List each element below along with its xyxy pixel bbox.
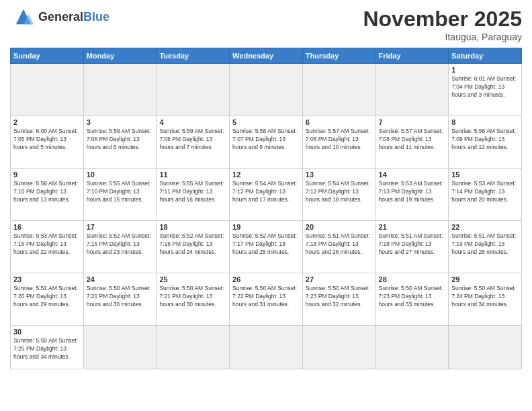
calendar-cell: 6Sunrise: 5:57 AM Sunset: 7:08 PM Daylig…: [302, 116, 375, 169]
title-block: November 2025 Itaugua, Paraguay: [363, 7, 522, 42]
calendar-cell: 3Sunrise: 5:59 AM Sunset: 7:06 PM Daylig…: [83, 116, 157, 169]
calendar-body: 1Sunrise: 6:01 AM Sunset: 7:04 PM Daylig…: [11, 64, 522, 369]
calendar-cell: [157, 326, 230, 369]
day-info: Sunrise: 5:56 AM Sunset: 7:10 PM Dayligh…: [13, 180, 81, 204]
day-number: 9: [13, 171, 81, 179]
calendar-cell: 21Sunrise: 5:51 AM Sunset: 7:18 PM Dayli…: [375, 221, 449, 273]
calendar-cell: [157, 64, 230, 116]
calendar-cell: 13Sunrise: 5:54 AM Sunset: 7:12 PM Dayli…: [302, 169, 375, 221]
day-number: 16: [13, 223, 81, 231]
day-number: 28: [379, 275, 446, 283]
calendar-cell: 20Sunrise: 5:51 AM Sunset: 7:18 PM Dayli…: [302, 221, 375, 273]
day-info: Sunrise: 5:58 AM Sunset: 7:07 PM Dayligh…: [232, 128, 300, 152]
header: GeneralBlue November 2025 Itaugua, Parag…: [10, 7, 522, 42]
calendar-cell: 18Sunrise: 5:52 AM Sunset: 7:16 PM Dayli…: [157, 221, 230, 273]
day-info: Sunrise: 6:01 AM Sunset: 7:04 PM Dayligh…: [451, 75, 519, 99]
day-number: 14: [379, 171, 446, 179]
calendar-cell: 10Sunrise: 5:55 AM Sunset: 7:10 PM Dayli…: [83, 169, 157, 221]
col-tuesday: Tuesday: [157, 48, 230, 64]
day-info: Sunrise: 5:59 AM Sunset: 7:06 PM Dayligh…: [87, 128, 154, 152]
calendar-cell: [302, 64, 375, 116]
calendar-cell: 29Sunrise: 5:50 AM Sunset: 7:24 PM Dayli…: [449, 273, 522, 326]
day-number: 15: [451, 171, 519, 179]
calendar-cell: 24Sunrise: 5:50 AM Sunset: 7:21 PM Dayli…: [83, 273, 157, 326]
calendar-cell: 25Sunrise: 5:50 AM Sunset: 7:21 PM Dayli…: [157, 273, 230, 326]
page-container: GeneralBlue November 2025 Itaugua, Parag…: [0, 0, 532, 373]
col-monday: Monday: [83, 48, 157, 64]
day-number: 13: [306, 171, 373, 179]
calendar-cell: 2Sunrise: 6:00 AM Sunset: 7:05 PM Daylig…: [11, 116, 84, 169]
day-info: Sunrise: 5:54 AM Sunset: 7:12 PM Dayligh…: [232, 180, 300, 204]
header-row: Sunday Monday Tuesday Wednesday Thursday…: [11, 48, 522, 64]
day-number: 20: [306, 223, 373, 231]
calendar-cell: [230, 64, 303, 116]
day-info: Sunrise: 5:50 AM Sunset: 7:23 PM Dayligh…: [306, 285, 373, 309]
calendar-cell: 19Sunrise: 5:52 AM Sunset: 7:17 PM Dayli…: [230, 221, 303, 273]
day-info: Sunrise: 5:50 AM Sunset: 7:22 PM Dayligh…: [232, 285, 300, 309]
day-number: 21: [379, 223, 446, 231]
day-info: Sunrise: 5:51 AM Sunset: 7:19 PM Dayligh…: [451, 232, 519, 257]
calendar-cell: 30Sunrise: 5:50 AM Sunset: 7:25 PM Dayli…: [11, 326, 84, 369]
calendar-week-4: 16Sunrise: 5:53 AM Sunset: 7:15 PM Dayli…: [11, 221, 522, 273]
day-info: Sunrise: 5:50 AM Sunset: 7:25 PM Dayligh…: [13, 337, 81, 361]
calendar-cell: 1Sunrise: 6:01 AM Sunset: 7:04 PM Daylig…: [449, 64, 522, 116]
calendar-cell: 8Sunrise: 5:56 AM Sunset: 7:09 PM Daylig…: [449, 116, 522, 169]
day-number: 3: [87, 118, 154, 126]
day-number: 4: [159, 118, 226, 126]
day-info: Sunrise: 5:55 AM Sunset: 7:11 PM Dayligh…: [159, 180, 226, 204]
day-info: Sunrise: 5:55 AM Sunset: 7:10 PM Dayligh…: [87, 180, 154, 204]
day-number: 19: [232, 223, 300, 231]
day-info: Sunrise: 5:56 AM Sunset: 7:09 PM Dayligh…: [451, 128, 519, 152]
day-info: Sunrise: 5:52 AM Sunset: 7:17 PM Dayligh…: [232, 232, 300, 257]
col-sunday: Sunday: [11, 48, 84, 64]
day-number: 11: [159, 171, 226, 179]
calendar-cell: 28Sunrise: 5:50 AM Sunset: 7:23 PM Dayli…: [375, 273, 449, 326]
day-info: Sunrise: 5:54 AM Sunset: 7:12 PM Dayligh…: [306, 180, 373, 204]
calendar-cell: 12Sunrise: 5:54 AM Sunset: 7:12 PM Dayli…: [230, 169, 303, 221]
calendar-header: Sunday Monday Tuesday Wednesday Thursday…: [11, 48, 522, 64]
day-number: 25: [159, 275, 226, 283]
calendar-week-1: 1Sunrise: 6:01 AM Sunset: 7:04 PM Daylig…: [11, 64, 522, 116]
day-info: Sunrise: 5:51 AM Sunset: 7:18 PM Dayligh…: [306, 232, 373, 257]
day-number: 23: [13, 275, 81, 283]
day-number: 17: [87, 223, 154, 231]
day-number: 12: [232, 171, 300, 179]
calendar-cell: 26Sunrise: 5:50 AM Sunset: 7:22 PM Dayli…: [230, 273, 303, 326]
day-number: 6: [306, 118, 373, 126]
day-number: 5: [232, 118, 300, 126]
day-number: 30: [13, 328, 81, 336]
col-thursday: Thursday: [302, 48, 375, 64]
col-friday: Friday: [375, 48, 449, 64]
calendar-cell: [449, 326, 522, 369]
calendar-cell: [83, 326, 157, 369]
calendar-cell: [302, 326, 375, 369]
calendar-cell: 15Sunrise: 5:53 AM Sunset: 7:14 PM Dayli…: [449, 169, 522, 221]
day-info: Sunrise: 5:57 AM Sunset: 7:08 PM Dayligh…: [306, 128, 373, 152]
day-number: 18: [159, 223, 226, 231]
day-number: 27: [306, 275, 373, 283]
calendar-week-5: 23Sunrise: 5:51 AM Sunset: 7:20 PM Dayli…: [11, 273, 522, 326]
day-info: Sunrise: 5:50 AM Sunset: 7:23 PM Dayligh…: [379, 285, 446, 309]
calendar-cell: 11Sunrise: 5:55 AM Sunset: 7:11 PM Dayli…: [157, 169, 230, 221]
logo-text: GeneralBlue: [38, 10, 109, 24]
calendar-week-2: 2Sunrise: 6:00 AM Sunset: 7:05 PM Daylig…: [11, 116, 522, 169]
calendar-cell: [375, 64, 449, 116]
calendar-cell: [83, 64, 157, 116]
calendar-cell: 7Sunrise: 5:57 AM Sunset: 7:08 PM Daylig…: [375, 116, 449, 169]
day-number: 10: [87, 171, 154, 179]
day-number: 26: [232, 275, 300, 283]
calendar-cell: [11, 64, 84, 116]
calendar-week-6: 30Sunrise: 5:50 AM Sunset: 7:25 PM Dayli…: [11, 326, 522, 369]
calendar-cell: 14Sunrise: 5:53 AM Sunset: 7:13 PM Dayli…: [375, 169, 449, 221]
day-info: Sunrise: 5:51 AM Sunset: 7:20 PM Dayligh…: [13, 285, 81, 309]
calendar-cell: 16Sunrise: 5:53 AM Sunset: 7:15 PM Dayli…: [11, 221, 84, 273]
calendar-cell: 9Sunrise: 5:56 AM Sunset: 7:10 PM Daylig…: [11, 169, 84, 221]
location: Itaugua, Paraguay: [363, 32, 522, 42]
day-info: Sunrise: 5:50 AM Sunset: 7:24 PM Dayligh…: [451, 285, 519, 309]
calendar-cell: 4Sunrise: 5:59 AM Sunset: 7:06 PM Daylig…: [157, 116, 230, 169]
calendar-cell: 22Sunrise: 5:51 AM Sunset: 7:19 PM Dayli…: [449, 221, 522, 273]
day-info: Sunrise: 5:52 AM Sunset: 7:16 PM Dayligh…: [159, 232, 226, 257]
day-info: Sunrise: 5:52 AM Sunset: 7:15 PM Dayligh…: [87, 232, 154, 257]
day-info: Sunrise: 5:53 AM Sunset: 7:13 PM Dayligh…: [379, 180, 446, 204]
day-info: Sunrise: 5:50 AM Sunset: 7:21 PM Dayligh…: [87, 285, 154, 309]
